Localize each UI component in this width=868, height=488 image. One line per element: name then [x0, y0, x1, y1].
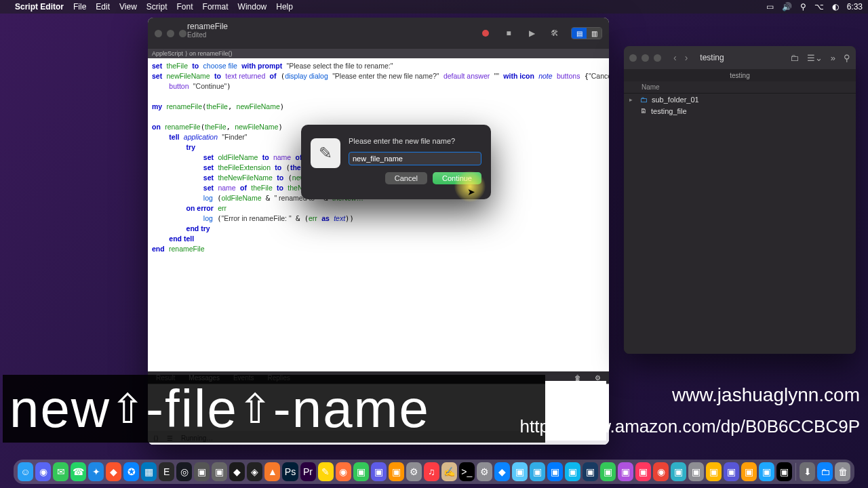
- dock-app-docker[interactable]: ▣: [565, 462, 580, 481]
- close-icon[interactable]: [629, 54, 637, 62]
- control-center-icon[interactable]: ⌥: [814, 2, 824, 12]
- minimize-icon[interactable]: [167, 30, 174, 37]
- share-icon[interactable]: »: [831, 53, 835, 63]
- finder-toolbar[interactable]: ‹ › testing 🗀 ☰⌄ » ⚲: [624, 46, 856, 69]
- menu-format[interactable]: Format: [203, 2, 229, 12]
- stop-button[interactable]: ■: [502, 26, 515, 40]
- dock-app-epic[interactable]: E: [159, 462, 174, 481]
- zoom-icon[interactable]: [179, 30, 186, 37]
- finder-traffic-lights[interactable]: [629, 54, 661, 62]
- dock-app-safari[interactable]: ✪: [123, 462, 139, 481]
- dock-app-app-y7[interactable]: ▣: [776, 462, 792, 481]
- dock-app-app-b2[interactable]: ▣: [512, 462, 528, 481]
- dock-app-settings[interactable]: ⚙: [477, 462, 492, 481]
- window-titlebar[interactable]: renameFile Edited ■ ▶ 🛠 ▤ ▥: [148, 18, 609, 49]
- code-editor[interactable]: set theFile to choose file with prompt "…: [148, 58, 609, 371]
- group-icon[interactable]: ☰⌄: [807, 53, 823, 63]
- dock-app-notes[interactable]: ✎: [318, 462, 334, 481]
- finder-folder-row[interactable]: ▸🗀sub_folder_01: [624, 94, 856, 105]
- dock-app-finder[interactable]: ☺: [18, 462, 33, 481]
- dock-app-sublime[interactable]: ▣: [389, 462, 404, 481]
- navigation-bar[interactable]: AppleScript ⟩ on renameFile(): [148, 49, 609, 58]
- screen-mirror-icon[interactable]: ▭: [766, 2, 774, 12]
- search-icon[interactable]: ⚲: [844, 53, 850, 63]
- trash-icon[interactable]: 🗑: [574, 374, 581, 382]
- compile-button[interactable]: 🛠: [548, 26, 561, 40]
- dock-app-discord[interactable]: ◉: [35, 462, 51, 481]
- app-name[interactable]: Script Editor: [15, 2, 64, 12]
- back-icon[interactable]: ‹: [673, 52, 677, 63]
- dock-app-app-y5[interactable]: ▣: [741, 462, 757, 481]
- dock-app-brave[interactable]: ◆: [106, 462, 121, 481]
- menubar[interactable]: Script Editor File Edit View Script Font…: [0, 0, 868, 14]
- spotlight-icon[interactable]: ⚲: [800, 2, 806, 12]
- minimize-icon[interactable]: [642, 54, 649, 62]
- finder-file-list[interactable]: ▸🗀sub_folder_01🗎testing_file: [624, 94, 856, 354]
- dock[interactable]: ☺◉✉☎✦◆✪▦E◎▣▣◆◈▲PsPr✎◉▣▣▣⚙♫✍>_⚙◆▣▣▣▣▣▣▣▣◉…: [14, 460, 854, 484]
- menu-script[interactable]: Script: [146, 2, 167, 12]
- run-button[interactable]: ▶: [525, 26, 538, 40]
- dock-app-app-b4[interactable]: ▣: [547, 462, 563, 481]
- dock-app-whatsapp[interactable]: ☎: [71, 462, 86, 481]
- menubar-clock[interactable]: 6:33: [847, 2, 863, 12]
- dock-app-script-editor[interactable]: ✍: [441, 462, 457, 481]
- dock-app-app1[interactable]: ▣: [194, 462, 210, 481]
- menu-edit[interactable]: Edit: [96, 2, 110, 12]
- dock-app-app-y4[interactable]: ▣: [724, 462, 739, 481]
- dock-app-app-y6[interactable]: ▣: [759, 462, 774, 481]
- menu-font[interactable]: Font: [177, 2, 193, 12]
- volume-icon[interactable]: 🔊: [782, 2, 792, 12]
- disclosure-icon[interactable]: ▸: [629, 96, 636, 103]
- dock-app-music[interactable]: ♫: [424, 462, 439, 481]
- dock-app-app-green[interactable]: ▣: [353, 462, 369, 481]
- forward-icon[interactable]: ›: [685, 52, 688, 63]
- dialog-text-input[interactable]: [349, 152, 481, 165]
- dock-trash[interactable]: 🗑: [835, 462, 850, 481]
- siri-icon[interactable]: ◐: [832, 2, 839, 12]
- finder-path-bar[interactable]: testing: [624, 69, 856, 81]
- menu-view[interactable]: View: [119, 2, 137, 12]
- finder-file-row[interactable]: 🗎testing_file: [624, 105, 856, 117]
- dock-app-app-b3[interactable]: ▣: [530, 462, 545, 481]
- dock-app-firefox[interactable]: ◉: [336, 462, 351, 481]
- dock-app-terminal[interactable]: >_: [459, 462, 475, 481]
- dock-app-app3[interactable]: ◆: [229, 462, 245, 481]
- dock-app-blender[interactable]: ▲: [264, 462, 280, 481]
- dock-app-trello[interactable]: ▦: [141, 462, 157, 481]
- dock-app-steam[interactable]: ◎: [176, 462, 192, 481]
- dock-app-messages[interactable]: ✉: [53, 462, 68, 481]
- dock-app-app-y3[interactable]: ▣: [706, 462, 722, 481]
- dock-app-premiere[interactable]: Pr: [300, 462, 316, 481]
- dock-app-app-x1[interactable]: ▣: [600, 462, 616, 481]
- dock-app-spark[interactable]: ✦: [88, 462, 104, 481]
- zoom-icon[interactable]: [654, 54, 661, 62]
- dock-folder[interactable]: 🗀: [817, 462, 833, 481]
- menu-help[interactable]: Help: [276, 2, 293, 12]
- close-icon[interactable]: [155, 30, 162, 37]
- dock-app-automator[interactable]: ⚙: [406, 462, 422, 481]
- finder-column-header[interactable]: Name: [624, 81, 856, 94]
- folder-view-icon[interactable]: 🗀: [790, 53, 799, 63]
- traffic-lights[interactable]: [155, 30, 186, 37]
- col-name[interactable]: Name: [642, 83, 660, 91]
- menu-file[interactable]: File: [73, 2, 86, 12]
- dock-app-app-x2[interactable]: ▣: [618, 462, 633, 481]
- dock-app-app-y2[interactable]: ▣: [688, 462, 704, 481]
- gear-icon[interactable]: ⚙: [595, 374, 601, 382]
- continue-button[interactable]: Continue: [433, 172, 481, 184]
- dock-app-unity[interactable]: ◈: [247, 462, 262, 481]
- dock-app-chrome[interactable]: ◉: [653, 462, 669, 481]
- dock-app-vbox[interactable]: ▣: [583, 462, 598, 481]
- record-button[interactable]: [479, 26, 492, 40]
- dock-app-app-blue[interactable]: ◆: [494, 462, 510, 481]
- dock-app-app-x3[interactable]: ▣: [635, 462, 651, 481]
- menu-window[interactable]: Window: [238, 2, 267, 12]
- dock-app-app-etc1[interactable]: ▣: [371, 462, 387, 481]
- cancel-button[interactable]: Cancel: [385, 172, 427, 184]
- dock-app-app-y1[interactable]: ▣: [671, 462, 686, 481]
- dock-downloads[interactable]: ⬇: [800, 462, 815, 481]
- view-segmented-control[interactable]: ▤ ▥: [571, 27, 602, 39]
- dock-app-app2[interactable]: ▣: [212, 462, 227, 481]
- dock-app-photoshop[interactable]: Ps: [282, 462, 298, 481]
- view-script-icon[interactable]: ▤: [572, 28, 587, 39]
